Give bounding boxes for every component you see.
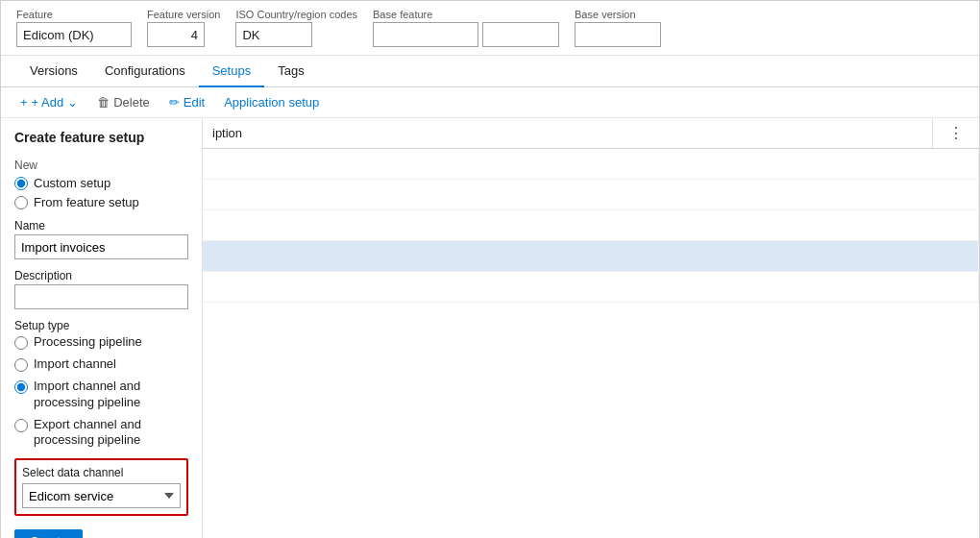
base-version-label: Base version — [575, 9, 661, 20]
base-feature-input2[interactable] — [482, 22, 559, 47]
name-label: Name — [14, 219, 188, 232]
processing-pipeline-radio[interactable]: Processing pipeline — [14, 334, 188, 351]
table-cell — [203, 241, 979, 271]
custom-setup-radio[interactable]: Custom setup — [14, 176, 188, 190]
new-section: New Custom setup From feature setup — [14, 159, 188, 209]
import-channel-radio-input[interactable] — [14, 358, 28, 372]
setup-type-radio-group: Processing pipeline Import channel Impor… — [14, 334, 188, 449]
add-label: + Add — [32, 95, 64, 110]
tab-tags[interactable]: Tags — [264, 56, 317, 87]
description-col-header-text: iption — [212, 126, 242, 140]
name-input[interactable] — [14, 234, 188, 259]
from-feature-setup-radio[interactable]: From feature setup — [14, 195, 188, 209]
export-channel-pipeline-label: Export channel and processing pipeline — [34, 417, 188, 450]
custom-setup-label: Custom setup — [34, 176, 110, 190]
description-label: Description — [14, 269, 188, 282]
table-col-actions: ⋮ — [933, 118, 979, 148]
feature-version-field-group: Feature version — [147, 9, 220, 47]
form-title: Create feature setup — [14, 130, 188, 145]
table-cell — [203, 180, 979, 209]
export-channel-pipeline-radio[interactable]: Export channel and processing pipeline — [14, 417, 188, 450]
select-data-channel-section: Select data channel Edicom service Other… — [14, 458, 188, 516]
add-button[interactable]: + + Add ⌄ — [16, 93, 82, 111]
base-feature-label: Base feature — [373, 9, 559, 20]
data-channel-label: Select data channel — [22, 466, 181, 479]
delete-button[interactable]: 🗑 Delete — [93, 93, 154, 111]
feature-label: Feature — [16, 9, 132, 20]
trash-icon: 🗑 — [97, 95, 110, 110]
tab-versions[interactable]: Versions — [16, 56, 91, 87]
description-input[interactable] — [14, 284, 188, 309]
new-label: New — [14, 159, 188, 172]
base-feature-input[interactable] — [373, 22, 478, 47]
data-channel-select[interactable]: Edicom service Other channel — [22, 483, 181, 508]
feature-version-label: Feature version — [147, 9, 220, 20]
setup-type-label: Setup type — [14, 319, 188, 332]
table-row[interactable] — [203, 272, 979, 303]
tab-setups[interactable]: Setups — [199, 56, 264, 87]
pencil-icon: ✏ — [169, 95, 180, 110]
import-channel-pipeline-label: Import channel and processing pipeline — [34, 379, 188, 411]
form-panel: Create feature setup New Custom setup Fr… — [1, 118, 203, 538]
processing-pipeline-radio-input[interactable] — [14, 336, 28, 350]
edit-label: Edit — [184, 95, 205, 110]
feature-input[interactable] — [16, 22, 132, 47]
feature-field-group: Feature — [16, 9, 132, 47]
custom-setup-radio-input[interactable] — [14, 177, 28, 190]
import-channel-pipeline-radio-input[interactable] — [14, 380, 28, 394]
iso-input[interactable] — [235, 22, 312, 47]
create-button[interactable]: Create — [14, 529, 83, 538]
import-channel-label: Import channel — [34, 356, 116, 373]
col-actions-button[interactable]: ⋮ — [941, 124, 971, 142]
application-setup-button[interactable]: Application setup — [220, 93, 323, 111]
import-channel-radio[interactable]: Import channel — [14, 356, 188, 373]
export-channel-pipeline-radio-input[interactable] — [14, 419, 28, 432]
iso-label: ISO Country/region codes — [235, 9, 357, 20]
from-feature-setup-radio-input[interactable] — [14, 196, 28, 209]
tab-configurations[interactable]: Configurations — [91, 56, 199, 87]
base-feature-field-group: Base feature — [373, 9, 559, 47]
table-panel: iption ⋮ — [203, 118, 979, 538]
delete-label: Delete — [113, 95, 150, 110]
table-cell — [203, 210, 979, 240]
table-row[interactable] — [203, 210, 979, 241]
table-cell — [203, 272, 979, 302]
base-version-field-group: Base version — [575, 9, 661, 47]
header-fields: Feature Feature version ISO Country/regi… — [1, 1, 979, 56]
setup-source-radio-group: Custom setup From feature setup — [14, 176, 188, 209]
plus-icon: + — [20, 95, 28, 110]
edit-button[interactable]: ✏ Edit — [165, 93, 208, 111]
table-row[interactable] — [203, 149, 979, 180]
table-row[interactable] — [203, 180, 979, 210]
toolbar: + + Add ⌄ 🗑 Delete ✏ Edit Application se… — [1, 87, 979, 118]
description-col-header: iption — [203, 118, 933, 148]
feature-version-input[interactable] — [147, 22, 205, 47]
table-rows — [203, 149, 979, 303]
table-header-row: iption ⋮ — [203, 118, 979, 149]
iso-field-group: ISO Country/region codes — [235, 9, 357, 47]
from-feature-setup-label: From feature setup — [34, 195, 139, 209]
processing-pipeline-label: Processing pipeline — [34, 334, 142, 351]
table-row-selected[interactable] — [203, 241, 979, 272]
import-channel-pipeline-radio[interactable]: Import channel and processing pipeline — [14, 379, 188, 411]
main-content: Create feature setup New Custom setup Fr… — [1, 118, 979, 538]
base-version-input[interactable] — [575, 22, 661, 47]
tabs-bar: Versions Configurations Setups Tags — [1, 56, 979, 87]
name-section: Name — [14, 219, 188, 259]
table-cell — [203, 149, 979, 179]
description-section: Description — [14, 269, 188, 309]
chevron-down-icon: ⌄ — [67, 95, 78, 110]
application-setup-label: Application setup — [224, 95, 319, 110]
setup-type-section: Setup type Processing pipeline Import ch… — [14, 319, 188, 449]
